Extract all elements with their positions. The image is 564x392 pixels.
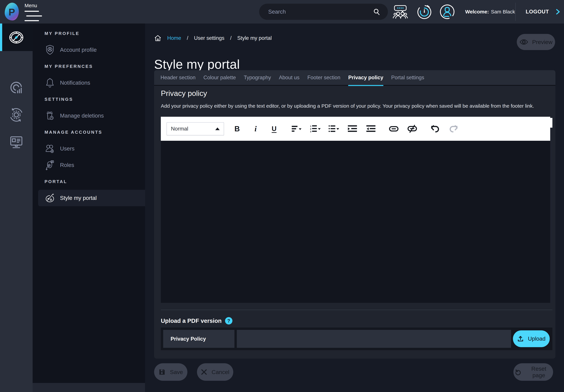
upload-button[interactable]: Upload [513, 330, 550, 347]
cancel-label: Cancel [212, 369, 229, 375]
section-divider [161, 310, 552, 310]
tab-about-us[interactable]: About us [279, 70, 299, 85]
link-button[interactable] [388, 123, 399, 134]
breadcrumb-style-my-portal: Style my portal [237, 35, 272, 41]
sidebar-item-notifications[interactable]: Notifications [33, 75, 145, 91]
close-icon [201, 369, 207, 375]
preview-button[interactable]: Preview [517, 34, 555, 50]
sidebar-header-settings: SETTINGS [33, 91, 145, 108]
app-logo[interactable]: P [5, 3, 19, 20]
unlink-button[interactable] [407, 123, 418, 134]
tab-privacy-policy[interactable]: Privacy policy [348, 70, 383, 85]
outdent-button[interactable] [366, 123, 376, 134]
icon-rail [0, 24, 33, 392]
breadcrumb-separator: / [230, 35, 232, 41]
question-glyph: ? [227, 318, 230, 324]
breadcrumb-separator: / [187, 35, 188, 41]
ordered-list-button[interactable]: 1 2 3 [310, 123, 321, 134]
display-icon[interactable] [8, 134, 24, 150]
sidebar-header-my-profile: MY PROFILE [33, 25, 145, 42]
search-icon[interactable] [373, 8, 381, 16]
home-icon[interactable] [154, 34, 161, 42]
community-icon[interactable] [392, 4, 408, 20]
tab-header-section[interactable]: Header section [160, 70, 196, 85]
search-input[interactable] [268, 8, 373, 15]
analytics-icon[interactable] [8, 80, 24, 96]
hamburger-icon [25, 11, 42, 21]
bell-icon [44, 77, 55, 88]
operations-icon[interactable] [8, 107, 24, 123]
help-icon[interactable]: ? [225, 317, 232, 324]
section-heading: Privacy policy [161, 89, 207, 98]
italic-button[interactable]: i [250, 123, 261, 134]
sidebar-item-label: Account profile [60, 47, 97, 53]
align-left-icon [292, 125, 302, 133]
section-description: Add your privacy policy either by using … [161, 103, 534, 109]
editor-text-area[interactable] [161, 141, 552, 303]
user-name: Sam Black [491, 9, 515, 15]
paragraph-style-select[interactable]: Normal [167, 122, 224, 135]
profile-icon[interactable] [439, 4, 455, 20]
page-title: Style my portal [154, 57, 240, 71]
search-bar[interactable] [259, 4, 388, 20]
roles-icon [44, 160, 55, 170]
sidebar-item-label: Style my portal [60, 195, 97, 201]
reset-icon [514, 368, 521, 376]
preview-label: Preview [532, 39, 552, 45]
reset-label: Reset page [525, 365, 552, 378]
file-label-field: Privacy Policy [163, 330, 234, 348]
privacy-policy-card: Header section Colour palette Typography… [154, 70, 555, 359]
style-my-portal-screen: P Menu [0, 0, 564, 392]
sidebar-item-style-my-portal[interactable]: Style my portal [38, 190, 145, 206]
sidebar-item-roles[interactable]: Roles [33, 157, 145, 173]
timer-icon[interactable] [416, 4, 432, 20]
file-value-field[interactable] [237, 330, 511, 348]
sidebar-footer-strip [33, 383, 145, 392]
sidebar-item-account-profile[interactable]: Account profile [33, 42, 145, 58]
tab-portal-settings[interactable]: Portal settings [391, 70, 424, 85]
eye-icon [520, 39, 528, 45]
upload-section-header: Upload a PDF version ? [161, 317, 232, 324]
sidebar-header-manage-accounts: MANAGE ACCOUNTS [33, 124, 145, 140]
bullet-list-button[interactable] [329, 123, 339, 134]
tab-typography[interactable]: Typography [244, 70, 271, 85]
breadcrumb-user-settings[interactable]: User settings [194, 35, 224, 41]
indent-icon [348, 125, 357, 133]
editor-scrollbar-thumb[interactable] [550, 118, 552, 128]
underline-button[interactable]: U [269, 123, 280, 134]
sidebar-item-users[interactable]: Users [33, 140, 145, 157]
compass-icon[interactable] [8, 29, 24, 45]
redo-icon [449, 125, 458, 133]
sidebar-item-manage-deletions[interactable]: Manage deletions [33, 108, 145, 124]
file-label: Privacy Policy [170, 336, 206, 342]
tab-colour-palette[interactable]: Colour palette [204, 70, 236, 85]
svg-text:1: 1 [310, 125, 311, 127]
editor-toolbar: Normal B i U 1 2 3 [161, 117, 552, 141]
palette-icon [44, 193, 55, 203]
indent-button[interactable] [347, 123, 358, 134]
cancel-button[interactable]: Cancel [197, 363, 233, 381]
breadcrumb-home[interactable]: Home [167, 35, 181, 41]
sidebar-item-label: Roles [60, 162, 74, 168]
logo-letter: P [9, 6, 15, 18]
save-button[interactable]: Save [154, 363, 187, 381]
logout-label: LOGOUT [526, 9, 549, 15]
menu-toggle[interactable]: Menu [25, 3, 42, 25]
svg-text:2: 2 [310, 128, 311, 130]
bold-button[interactable]: B [232, 123, 242, 134]
tab-footer-section[interactable]: Footer section [307, 70, 340, 85]
caret-up-icon [215, 127, 220, 130]
redo-button[interactable] [448, 123, 459, 134]
svg-text:3: 3 [310, 130, 311, 133]
editor-scrollbar[interactable] [550, 117, 552, 303]
link-icon [389, 125, 399, 133]
align-button[interactable] [292, 123, 302, 134]
undo-button[interactable] [430, 123, 440, 134]
logout-button[interactable]: LOGOUT [525, 0, 562, 24]
upload-label: Upload [528, 336, 546, 342]
reset-page-button[interactable]: Reset page [513, 363, 553, 381]
sidebar-item-label: Users [60, 146, 74, 152]
upload-icon [517, 335, 524, 342]
welcome-label: Welcome: [465, 9, 489, 15]
active-accent-bar [0, 24, 2, 51]
